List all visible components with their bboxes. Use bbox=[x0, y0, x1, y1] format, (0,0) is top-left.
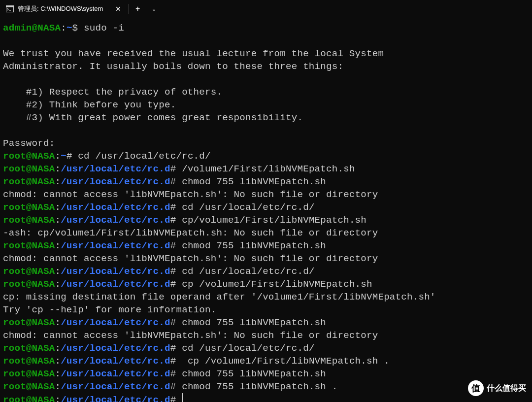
svg-rect-1 bbox=[6, 6, 14, 7]
new-tab-button[interactable]: + bbox=[129, 4, 147, 13]
tab-active[interactable]: 管理员: C:\WINDOWS\system ✕ bbox=[0, 0, 128, 18]
watermark-text: 什么值得买 bbox=[487, 383, 526, 394]
watermark: 值 什么值得买 bbox=[468, 380, 526, 396]
tab-dropdown-button[interactable]: ⌄ bbox=[147, 6, 161, 12]
cursor bbox=[182, 393, 183, 402]
terminal-output: admin@NASA:~$ sudo -i We trust you have … bbox=[3, 22, 529, 402]
titlebar: 管理员: C:\WINDOWS\system ✕ + ⌄ bbox=[0, 0, 532, 18]
close-icon[interactable]: ✕ bbox=[112, 4, 124, 14]
terminal-content[interactable]: admin@NASA:~$ sudo -i We trust you have … bbox=[0, 18, 532, 402]
terminal-icon bbox=[6, 5, 14, 13]
watermark-badge-icon: 值 bbox=[468, 380, 484, 396]
prompt-user: admin@NASA bbox=[3, 23, 61, 34]
tab-title: 管理员: C:\WINDOWS\system bbox=[18, 4, 103, 13]
